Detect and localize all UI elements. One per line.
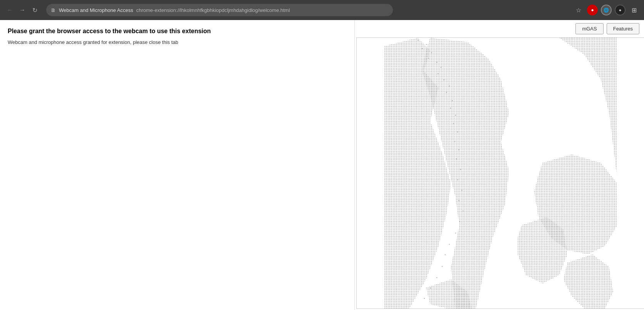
- svg-rect-38: [458, 200, 459, 201]
- back-icon: ←: [7, 7, 13, 13]
- tab-title: Webcam and Microphone Access: [59, 7, 133, 13]
- page-content: Please grant the browser access to the w…: [0, 20, 354, 310]
- svg-rect-39: [463, 211, 463, 211]
- reload-icon: ↻: [32, 7, 37, 14]
- svg-rect-35: [460, 169, 461, 170]
- mgas-button[interactable]: mGAS: [575, 23, 603, 34]
- svg-rect-20: [428, 58, 429, 59]
- svg-rect-18: [422, 48, 423, 49]
- url-display: chrome-extension://lhkolmnhfkgbhkiopdclj…: [136, 7, 290, 13]
- puzzle-icon: ⊞: [632, 7, 637, 14]
- svg-rect-16: [418, 40, 419, 40]
- svg-rect-42: [449, 244, 450, 245]
- bookmark-button[interactable]: ☆: [573, 5, 584, 15]
- reload-button[interactable]: ↻: [29, 5, 40, 15]
- svg-rect-44: [442, 266, 443, 267]
- page-heading: Please grant the browser access to the w…: [8, 28, 347, 35]
- svg-rect-37: [461, 190, 462, 190]
- svg-rect-36: [457, 179, 458, 180]
- forward-button[interactable]: →: [17, 5, 28, 15]
- extensions-button[interactable]: ⊞: [629, 5, 639, 15]
- svg-rect-27: [452, 100, 453, 101]
- page-icon: 🗎: [51, 7, 56, 13]
- browser-actions: ☆ ● 🌐 ● ⊞: [573, 5, 639, 15]
- svg-rect-22: [441, 67, 441, 68]
- svg-rect-31: [457, 131, 458, 132]
- bookmark-icon: ☆: [576, 7, 581, 14]
- extension-globe-icon[interactable]: 🌐: [601, 5, 612, 15]
- svg-rect-43: [445, 254, 446, 255]
- svg-rect-26: [446, 92, 447, 93]
- map-svg: [357, 38, 644, 308]
- svg-rect-30: [453, 123, 454, 124]
- svg-rect-45: [436, 277, 437, 278]
- map-panel: mGAS Features: [354, 20, 644, 310]
- address-bar[interactable]: 🗎 Webcam and Microphone Access chrome-ex…: [46, 4, 393, 16]
- svg-rect-46: [430, 288, 431, 288]
- map-container[interactable]: [356, 37, 644, 309]
- svg-rect-23: [438, 73, 438, 74]
- map-toolbar: mGAS Features: [355, 20, 644, 37]
- svg-rect-41: [455, 232, 456, 233]
- svg-rect-33: [458, 149, 459, 150]
- svg-rect-24: [443, 79, 444, 80]
- forward-icon: →: [19, 7, 25, 13]
- navigation-buttons: ← → ↻: [5, 5, 40, 15]
- back-button[interactable]: ←: [5, 5, 15, 15]
- svg-rect-32: [454, 141, 455, 142]
- svg-rect-17: [426, 44, 427, 45]
- extension-record-icon[interactable]: ●: [615, 5, 626, 15]
- extension-red-icon[interactable]: ●: [587, 5, 598, 15]
- svg-rect-29: [455, 115, 456, 116]
- svg-rect-28: [450, 108, 451, 108]
- features-button[interactable]: Features: [607, 23, 639, 34]
- svg-rect-21: [436, 62, 437, 63]
- browser-toolbar: ← → ↻ 🗎 Webcam and Microphone Access chr…: [0, 0, 644, 20]
- svg-rect-34: [456, 158, 457, 159]
- svg-rect-40: [460, 221, 460, 222]
- page-subtext: Webcam and microphone access granted for…: [8, 39, 347, 45]
- svg-rect-25: [449, 86, 450, 86]
- svg-rect-47: [424, 298, 425, 299]
- svg-rect-19: [431, 52, 432, 53]
- content-area: Please grant the browser access to the w…: [0, 20, 644, 310]
